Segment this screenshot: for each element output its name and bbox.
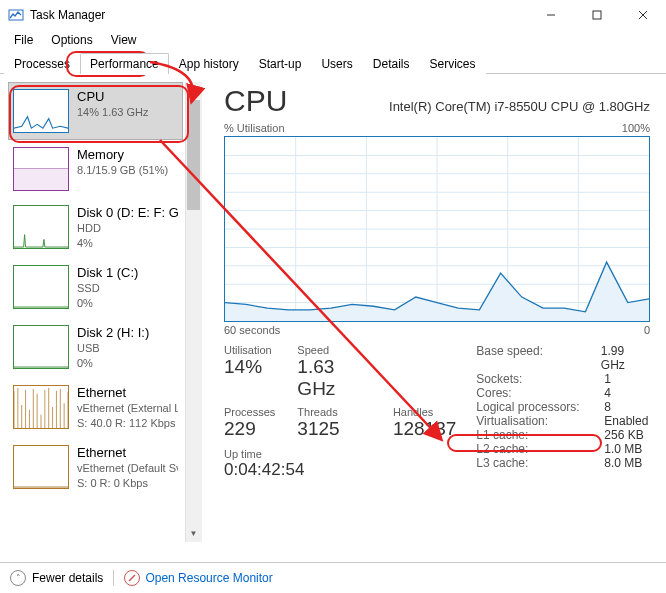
annotation-box-logical-processors <box>447 434 602 452</box>
sidebar-item-disk2[interactable]: Disk 2 (H: I:)USB0% <box>8 318 183 378</box>
fewer-details-button[interactable]: ˄ Fewer details <box>10 570 103 586</box>
svg-line-23 <box>129 575 135 581</box>
spec-l1: 256 KB <box>604 428 643 442</box>
chevron-up-icon: ˄ <box>10 570 26 586</box>
sidebar-item-disk0[interactable]: Disk 0 (D: E: F: G:)HDD4% <box>8 198 183 258</box>
spec-base-speed: 1.99 GHz <box>601 344 650 372</box>
app-icon <box>8 7 24 23</box>
open-resource-monitor-link[interactable]: Open Resource Monitor <box>124 570 272 586</box>
sidebar-item-memory[interactable]: Memory8.1/15.9 GB (51%) <box>8 140 183 198</box>
spec-logical-processors: 8 <box>604 400 611 414</box>
chart-xright: 0 <box>644 324 650 336</box>
sidebar: CPU14% 1.63 GHz Memory8.1/15.9 GB (51%) … <box>0 74 204 562</box>
menu-view[interactable]: View <box>103 32 145 48</box>
menu-file[interactable]: File <box>6 32 41 48</box>
svg-rect-5 <box>14 169 68 190</box>
resource-monitor-icon <box>124 570 140 586</box>
svg-rect-2 <box>593 11 601 19</box>
maximize-button[interactable] <box>574 0 620 30</box>
tabs: Processes Performance App history Start-… <box>0 50 666 74</box>
cpu-spec-list: Base speed:1.99 GHz Sockets:1 Cores:4 Lo… <box>476 344 650 486</box>
stat-threads: 3125 <box>297 418 371 440</box>
detail-pane: CPU Intel(R) Core(TM) i7-8550U CPU @ 1.8… <box>204 74 666 562</box>
chart-ymax: 100% <box>622 122 650 134</box>
sidebar-item-ethernet-1[interactable]: EthernetvEthernet (External LS: 40.0 R: … <box>8 378 183 438</box>
detail-heading: CPU <box>224 84 287 118</box>
sidebar-item-disk1[interactable]: Disk 1 (C:)SSD0% <box>8 258 183 318</box>
titlebar: Task Manager <box>0 0 666 30</box>
stat-uptime: 0:04:42:54 <box>224 460 456 480</box>
stat-utilisation: 14% <box>224 356 275 378</box>
spec-virtualisation: Enabled <box>604 414 648 428</box>
chart-xleft: 60 seconds <box>224 324 280 336</box>
sidebar-item-ethernet-2[interactable]: EthernetvEthernet (Default SvS: 0 R: 0 K… <box>8 438 183 498</box>
tab-services[interactable]: Services <box>419 53 485 74</box>
stat-processes: 229 <box>224 418 275 440</box>
cpu-chart <box>224 136 650 322</box>
tab-users[interactable]: Users <box>311 53 362 74</box>
cpu-model: Intel(R) Core(TM) i7-8550U CPU @ 1.80GHz <box>389 99 650 114</box>
bottom-bar: ˄ Fewer details Open Resource Monitor <box>0 562 666 592</box>
tab-app-history[interactable]: App history <box>169 53 249 74</box>
tab-performance[interactable]: Performance <box>80 53 169 74</box>
window-title: Task Manager <box>30 8 528 22</box>
spec-sockets: 1 <box>604 372 611 386</box>
spec-l3: 8.0 MB <box>604 456 642 470</box>
close-button[interactable] <box>620 0 666 30</box>
stat-handles: 128137 <box>393 418 456 440</box>
separator <box>113 570 114 586</box>
scrollbar[interactable]: ▲ ▼ <box>185 82 202 542</box>
menu-options[interactable]: Options <box>43 32 100 48</box>
stat-speed: 1.63 GHz <box>297 356 371 400</box>
minimize-button[interactable] <box>528 0 574 30</box>
annotation-box-cpu-item <box>9 85 189 143</box>
spec-cores: 4 <box>604 386 611 400</box>
menubar: File Options View <box>0 30 666 50</box>
tab-startup[interactable]: Start-up <box>249 53 312 74</box>
spec-l2: 1.0 MB <box>604 442 642 456</box>
scroll-down-icon[interactable]: ▼ <box>185 525 202 542</box>
tab-details[interactable]: Details <box>363 53 420 74</box>
chart-ylabel: % Utilisation <box>224 122 285 134</box>
